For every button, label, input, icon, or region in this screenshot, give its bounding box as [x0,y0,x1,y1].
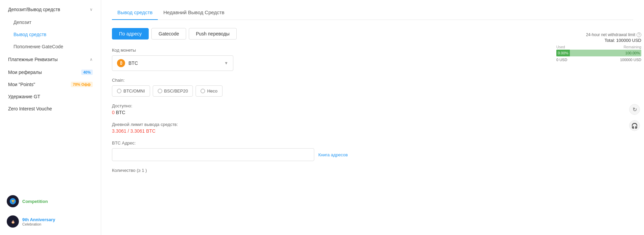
anniversary-text-group: 9th Anniversary Celebration [22,217,55,226]
sidebar-item-points[interactable]: Мои "Points" 70% Офф [0,78,101,90]
sidebar-subitem-deposit[interactable]: Депозит [0,16,101,28]
side-icons: ↻ 🎧 [629,104,640,131]
main-content: Вывод средств Недавний Вывод Средств 24-… [101,0,644,235]
gatecode-button[interactable]: Gatecode [151,28,186,40]
chain-neso-label: Несо [207,88,217,94]
sidebar-bottom: 🏆 Competition 🎂 9th Anniversary Celebrat… [0,188,101,235]
sidebar-item-deposit-withdraw-label: Депозит/Вывод средств [8,7,60,12]
referrals-badge: 40% [81,70,93,75]
sidebar-item-gt-label: Удержание GT [8,94,40,99]
method-buttons: По адресу Gatecode Push переводы [112,28,633,40]
coin-select-dropdown[interactable]: ₿ BTC ▼ [112,55,233,71]
sidebar-item-vouche[interactable]: Zero Interest Vouche [0,103,101,115]
withdrawal-limit-panel: 24-hour net withdrawal limit ? Total: 10… [556,32,644,62]
svg-text:🏆: 🏆 [11,200,15,204]
chain-neso-radio[interactable] [201,89,205,93]
coin-section: Код монеты ₿ BTC ▼ [112,48,633,71]
limit-amounts: 0 USD 100000 USD [556,58,641,62]
daily-limit-section: Дневной лимит вывода средств: 3.3061 / 3… [112,122,633,134]
sidebar-subitem-gatecode[interactable]: Пополнение GateCode [0,41,101,53]
tab-bar: Вывод средств Недавний Вывод Средств [112,0,633,20]
sidebar-item-gt[interactable]: Удержание GT [0,90,101,103]
chevron-up-icon: ∧ [90,57,93,62]
chain-section: Chain: BTC/OMNI BSC/BEP20 Несо [112,78,633,97]
sidebar-item-payment-label: Платежные Реквизиты [8,57,58,62]
quantity-section: Количество (≥ 1 ) [112,168,633,176]
svg-text:🎂: 🎂 [11,220,15,224]
anniversary-subtext: Celebration [22,222,55,226]
refresh-icon[interactable]: ↻ [629,104,640,115]
chain-neso[interactable]: Несо [196,85,223,97]
chain-btc-omni[interactable]: BTC/OMNI [112,85,150,97]
chain-btc-omni-radio[interactable] [117,89,121,93]
headset-icon[interactable]: 🎧 [629,120,640,131]
btc-icon: ₿ [117,59,125,67]
available-currency: BTC [116,110,125,115]
daily-limit-value: 3.3061 / 3.3061 BTC [112,128,633,134]
chain-bsc-bep20-radio[interactable] [158,89,162,93]
chain-label: Chain: [112,78,633,83]
chain-btc-omni-label: BTC/OMNI [123,88,145,94]
limit-bar-labels: Used Remaining [556,45,641,49]
competition-icon: 🏆 [7,195,19,207]
address-label: BTC Адрес: [112,140,633,146]
sidebar-item-vouche-label: Zero Interest Vouche [8,106,52,111]
address-row: Книга адресов [112,148,633,161]
coin-label: Код монеты [112,48,633,53]
chain-bsc-bep20[interactable]: BSC/BEP20 [153,85,193,97]
available-label: Доступно: [112,103,633,108]
competition-label: Competition [22,199,48,204]
sidebar-subitem-withdraw[interactable]: Вывод средств [0,28,101,41]
dropdown-arrow-icon: ▼ [224,61,228,66]
sidebar-item-referrals-label: Мои рефералы [8,70,42,75]
address-book-link[interactable]: Книга адресов [318,152,348,157]
chain-bsc-bep20-label: BSC/BEP20 [164,88,188,94]
address-section: BTC Адрес: Книга адресов [112,140,633,161]
sidebar-subitem-withdraw-label: Вывод средств [13,32,47,37]
sidebar-promo-anniversary[interactable]: 🎂 9th Anniversary Celebration [3,212,98,231]
limit-total: Total: 100000 USD [556,38,641,43]
chevron-down-icon: ∨ [90,7,93,12]
available-zero: 0 [112,110,115,115]
sidebar-subitem-gatecode-label: Пополнение GateCode [13,44,63,49]
sidebar: Депозит/Вывод средств ∨ Депозит Вывод ср… [0,0,101,235]
anniversary-icon: 🎂 [7,215,19,228]
tab-recent[interactable]: Недавний Вывод Средств [158,5,230,20]
sidebar-item-referrals[interactable]: Мои рефералы 40% [0,66,101,78]
push-button[interactable]: Push переводы [189,28,237,40]
daily-limit-label: Дневной лимит вывода средств: [112,122,633,127]
limit-progress-bar: 0.00% 100.00% [556,50,641,56]
points-badge: 70% Офф [71,82,93,87]
available-value: 0 BTC [112,110,633,115]
progress-remaining: 100.00% [570,50,641,56]
chain-options: BTC/OMNI BSC/BEP20 Несо [112,85,633,97]
help-icon[interactable]: ? [637,32,641,37]
progress-used: 0.00% [556,50,570,56]
coin-name: BTC [128,60,138,66]
limit-title: 24-hour net withdrawal limit ? [556,32,641,37]
address-input[interactable] [112,148,314,161]
sidebar-item-points-label: Мои "Points" [8,82,35,87]
sidebar-item-payment[interactable]: Платежные Реквизиты ∧ [0,53,101,66]
quantity-label: Количество (≥ 1 ) [112,168,633,173]
sidebar-subitem-deposit-label: Депозит [13,20,31,25]
tab-withdraw[interactable]: Вывод средств [112,5,158,20]
sidebar-promo-competition[interactable]: 🏆 Competition [3,192,98,211]
sidebar-item-deposit-withdraw[interactable]: Депозит/Вывод средств ∨ [0,3,101,16]
available-section: Доступно: 0 BTC [112,103,633,115]
by-address-button[interactable]: По адресу [112,28,149,40]
anniversary-label: 9th Anniversary [22,217,55,222]
